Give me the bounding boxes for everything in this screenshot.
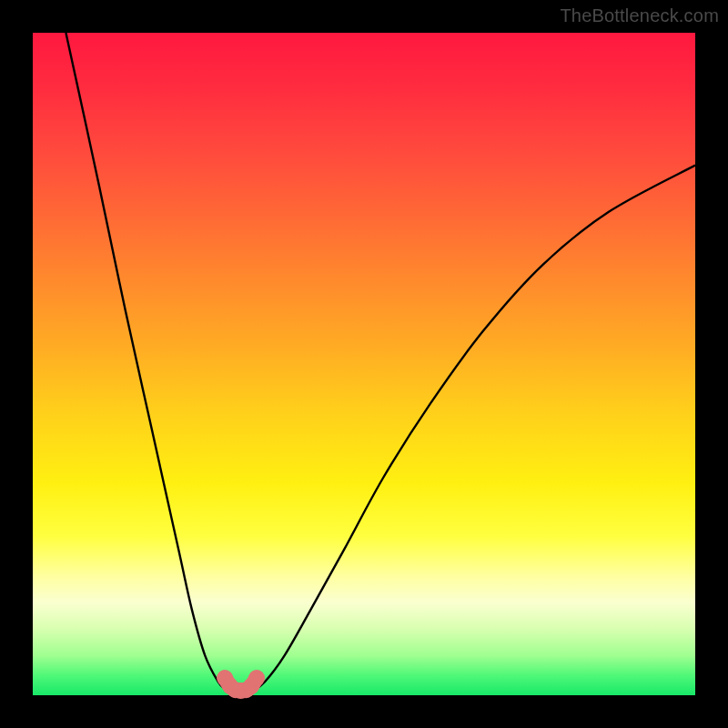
plot-area — [33, 33, 695, 695]
valley-dot — [248, 670, 265, 686]
chart-svg — [33, 33, 695, 695]
curve-left-branch — [66, 33, 231, 692]
chart-frame: TheBottleneck.com — [0, 0, 728, 728]
curve-right-branch — [251, 166, 695, 693]
right-curve-path — [251, 166, 695, 693]
left-curve-path — [66, 33, 231, 692]
attribution-label: TheBottleneck.com — [560, 5, 719, 26]
dot-cluster — [217, 670, 265, 699]
